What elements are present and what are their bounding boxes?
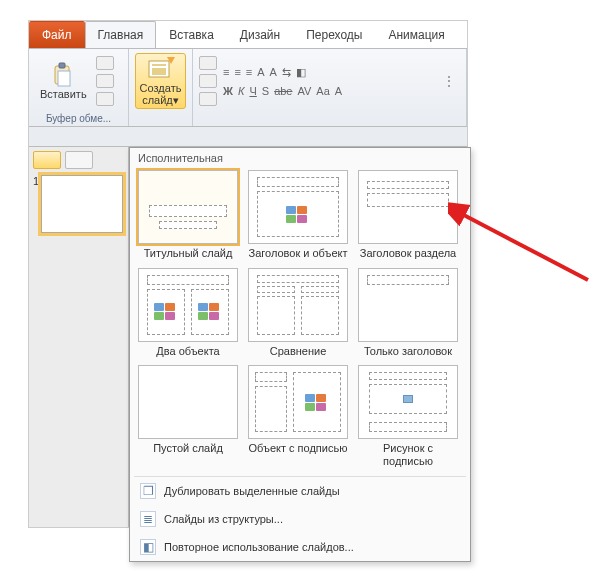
layout-label: Два объекта [138, 345, 238, 358]
paste-label: Вставить [40, 88, 87, 100]
slide-number: 1 [33, 175, 39, 233]
new-slide-gallery: Исполнительная Титульный слайд [129, 147, 471, 562]
layout-label: Объект с подписью [248, 442, 348, 455]
underline-button[interactable]: Ч [249, 85, 256, 97]
align-left-button[interactable]: ≡ [223, 66, 229, 78]
tab-transitions[interactable]: Переходы [293, 21, 375, 48]
tab-home[interactable]: Главная [85, 21, 157, 48]
cmd-label: Дублировать выделенные слайды [164, 485, 340, 497]
bold-button[interactable]: Ж [223, 85, 233, 97]
tab-design[interactable]: Дизайн [227, 21, 293, 48]
strike-button[interactable]: abe [274, 85, 292, 97]
ruler-row [29, 127, 467, 147]
outline-view-button[interactable] [65, 151, 93, 169]
layout-picture-caption[interactable]: Рисунок с подписью [358, 365, 458, 467]
cmd-label: Повторное использование слайдов... [164, 541, 354, 553]
new-slide-button[interactable]: Создатьслайд▾ [135, 53, 186, 109]
slide-thumb-1[interactable]: 1 [33, 175, 124, 233]
cmd-reuse-slides[interactable]: ◧ Повторное использование слайдов... [130, 533, 470, 561]
slide-thumbnails-pane: 1 [29, 147, 129, 527]
ribbon: Вставить Буфер обме... Создатьслайд▾ [29, 49, 467, 127]
text-direction-button[interactable]: ⇆ [282, 66, 291, 79]
font-controls: ≡ ≡ ≡ A A ⇆ ◧ Ж К Ч S abe AV [221, 64, 344, 99]
layout-content-caption[interactable]: Объект с подписью [248, 365, 348, 467]
app-window: Файл Главная Вставка Дизайн Переходы Ани… [28, 20, 468, 528]
ribbon-overflow-icon[interactable]: ⋮ [442, 73, 460, 89]
layout-label: Пустой слайд [138, 442, 238, 455]
char-spacing-button[interactable]: AV [297, 85, 311, 97]
layout-title-slide[interactable]: Титульный слайд [138, 170, 238, 260]
svg-rect-1 [59, 63, 65, 68]
layout-label: Титульный слайд [138, 247, 238, 260]
layout-label: Заголовок и объект [248, 247, 348, 260]
clear-format-button[interactable]: ◧ [296, 66, 306, 79]
align-right-button[interactable]: ≡ [246, 66, 252, 78]
svg-rect-4 [152, 64, 166, 66]
paste-button[interactable]: Вставить [35, 59, 92, 103]
cmd-label: Слайды из структуры... [164, 513, 283, 525]
section-button[interactable] [199, 92, 217, 106]
cmd-slides-from-outline[interactable]: ≣ Слайды из структуры... [130, 505, 470, 533]
layout-section-header[interactable]: Заголовок раздела [358, 170, 458, 260]
layout-label: Заголовок раздела [358, 247, 458, 260]
clipboard-icon [49, 62, 77, 88]
thumbnails-view-button[interactable] [33, 151, 61, 169]
svg-line-7 [458, 212, 588, 280]
layout-label: Только заголовок [358, 345, 458, 358]
tab-strip: Файл Главная Вставка Дизайн Переходы Ани… [29, 21, 467, 49]
svg-rect-5 [152, 68, 166, 75]
change-case-button[interactable]: Aa [316, 85, 329, 97]
align-center-button[interactable]: ≡ [234, 66, 240, 78]
layout-comparison[interactable]: Сравнение [248, 268, 348, 358]
tab-file[interactable]: Файл [29, 21, 85, 48]
new-slide-icon [147, 56, 175, 82]
cmd-duplicate-slides[interactable]: ❐ Дублировать выделенные слайды [130, 477, 470, 505]
work-area: Исполнительная Титульный слайд [129, 147, 467, 527]
tab-animations[interactable]: Анимация [375, 21, 457, 48]
tab-insert[interactable]: Вставка [156, 21, 227, 48]
grow-font-button[interactable]: A [257, 66, 264, 78]
reset-button[interactable] [199, 74, 217, 88]
outline-icon: ≣ [140, 511, 156, 527]
layout-label: Рисунок с подписью [358, 442, 458, 467]
layout-two-content[interactable]: Два объекта [138, 268, 238, 358]
content-pane: 1 Исполнительная Титульный слайд [29, 147, 467, 527]
copy-button[interactable] [96, 74, 114, 88]
shadow-button[interactable]: S [262, 85, 269, 97]
layout-blank[interactable]: Пустой слайд [138, 365, 238, 467]
clipboard-mini [96, 56, 114, 106]
layout-title-only[interactable]: Только заголовок [358, 268, 458, 358]
gallery-section-label: Исполнительная [130, 148, 470, 166]
duplicate-icon: ❐ [140, 483, 156, 499]
clipboard-group-label: Буфер обме... [29, 113, 128, 126]
layout-title-content[interactable]: Заголовок и объект [248, 170, 348, 260]
format-painter-button[interactable] [96, 92, 114, 106]
layout-grid: Титульный слайд Заголовок и объект [130, 166, 470, 476]
slide-thumb [41, 175, 123, 233]
font-color-button[interactable]: A [335, 85, 342, 97]
reuse-icon: ◧ [140, 539, 156, 555]
shrink-font-button[interactable]: A [270, 66, 277, 78]
new-slide-label: Создатьслайд▾ [140, 82, 182, 106]
italic-button[interactable]: К [238, 85, 244, 97]
layout-label: Сравнение [248, 345, 348, 358]
svg-rect-2 [58, 71, 70, 86]
cut-button[interactable] [96, 56, 114, 70]
layout-button[interactable] [199, 56, 217, 70]
